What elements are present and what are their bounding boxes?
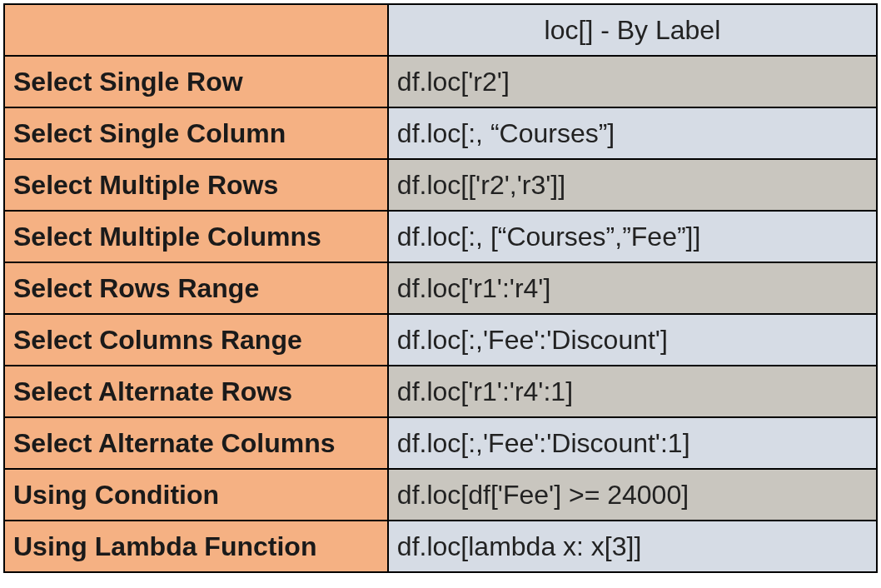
table-row: Using Condition df.loc[df['Fee'] >= 2400… — [4, 469, 877, 521]
row-code: df.loc[lambda x: x[3]] — [388, 521, 877, 572]
table-row: Select Alternate Columns df.loc[:,'Fee':… — [4, 417, 877, 469]
table-row: Select Alternate Rows df.loc['r1':'r4':1… — [4, 366, 877, 417]
row-label: Select Alternate Rows — [4, 366, 388, 417]
header-title-cell: loc[] - By Label — [388, 4, 877, 56]
row-code: df.loc['r1':'r4'] — [388, 262, 877, 314]
row-label: Using Condition — [4, 469, 388, 521]
row-code: df.loc[['r2','r3']] — [388, 159, 877, 211]
row-code: df.loc[:,'Fee':'Discount'] — [388, 314, 877, 366]
row-code: df.loc[:,'Fee':'Discount':1] — [388, 417, 877, 469]
row-label: Select Alternate Columns — [4, 417, 388, 469]
row-code: df.loc['r1':'r4':1] — [388, 366, 877, 417]
table-row: Select Single Column df.loc[:, “Courses”… — [4, 107, 877, 159]
table-header-row: loc[] - By Label — [4, 4, 877, 56]
table-row: Select Columns Range df.loc[:,'Fee':'Dis… — [4, 314, 877, 366]
table-row: Select Multiple Columns df.loc[:, [“Cour… — [4, 211, 877, 262]
table-row: Select Multiple Rows df.loc[['r2','r3']] — [4, 159, 877, 211]
row-code: df.loc[:, “Courses”] — [388, 107, 877, 159]
row-label: Using Lambda Function — [4, 521, 388, 572]
row-label: Select Rows Range — [4, 262, 388, 314]
row-code: df.loc[df['Fee'] >= 24000] — [388, 469, 877, 521]
table-row: Using Lambda Function df.loc[lambda x: x… — [4, 521, 877, 572]
table-row: Select Single Row df.loc['r2'] — [4, 56, 877, 107]
row-label: Select Multiple Columns — [4, 211, 388, 262]
row-label: Select Single Column — [4, 107, 388, 159]
header-blank-cell — [4, 4, 388, 56]
row-label: Select Multiple Rows — [4, 159, 388, 211]
row-code: df.loc['r2'] — [388, 56, 877, 107]
row-label: Select Columns Range — [4, 314, 388, 366]
row-label: Select Single Row — [4, 56, 388, 107]
table-row: Select Rows Range df.loc['r1':'r4'] — [4, 262, 877, 314]
loc-reference-table: loc[] - By Label Select Single Row df.lo… — [3, 3, 878, 573]
row-code: df.loc[:, [“Courses”,”Fee”]] — [388, 211, 877, 262]
